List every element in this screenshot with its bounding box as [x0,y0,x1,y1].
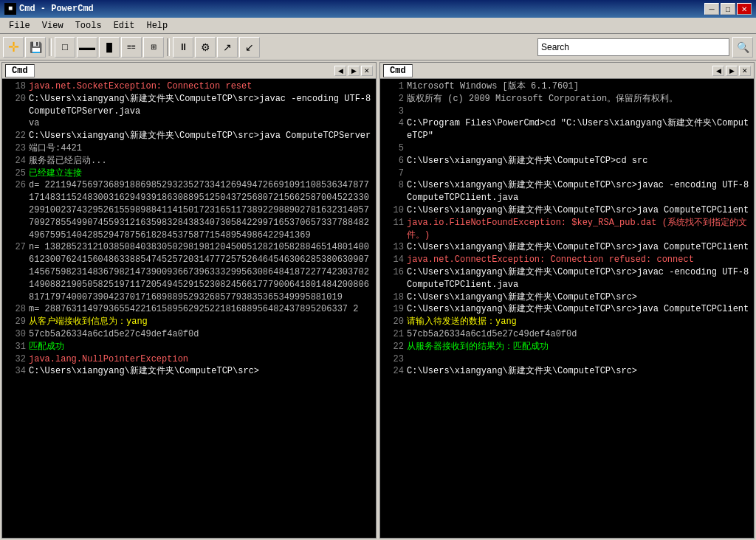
toolbar-single-pane-btn[interactable]: □ [55,37,75,58]
menu-tools[interactable]: Tools [69,19,108,32]
table-row: 29从客户端接收到信息为：yang [5,316,373,328]
table-row: 22C:\Users\xiangyang\新建文件夹\ComputeTCP\sr… [5,130,373,142]
table-row: 16C:\Users\xiangyang\新建文件夹\ComputeTCP\sr… [383,266,751,291]
toolbar-multi-v-btn[interactable]: ⊞ [143,37,164,58]
toolbar-send-btn[interactable]: ↗ [217,37,238,58]
left-pane-next-btn[interactable]: ▶ [348,66,360,76]
line-number: 20 [5,93,26,118]
line-content: 已经建立连接 [29,167,373,180]
left-terminal[interactable]: 18java.net.SocketException: Connection r… [2,79,376,538]
left-pane-prev-btn[interactable]: ◀ [334,66,346,76]
line-content: C:\Users\xiangyang\新建文件夹\ComputeTCP\src>… [29,130,373,142]
table-row: 2157cb5a26334a6c1d5e27c49def4a0f0d [383,328,751,341]
left-pane-close-btn[interactable]: ✕ [361,66,373,76]
line-content: 请输入待发送的数据：yang [407,316,751,328]
line-number: 22 [5,130,26,142]
table-row: va [5,117,373,130]
table-row: 23端口号:4421 [5,142,373,155]
toolbar-new-btn[interactable]: ✛ [3,37,24,58]
menu-view[interactable]: View [36,19,69,32]
line-number: 2 [383,93,404,105]
search-button[interactable]: 🔍 [732,37,753,58]
line-content: Microsoft Windows [版本 6.1.7601] [407,80,751,93]
line-number: 28 [5,303,26,316]
line-content: 从客户端接收到信息为：yang [29,316,373,328]
table-row: 3057cb5a26334a6c1d5e27c49def4a0f0d [5,328,373,341]
line-number: 29 [5,316,26,328]
title-bar-controls: ─ □ ✕ [704,3,752,15]
line-number: 20 [383,316,404,328]
table-row: 22从服务器接收到的结果为：匹配成功 [383,341,751,353]
right-terminal[interactable]: 1Microsoft Windows [版本 6.1.7601]2版权所有 (c… [380,79,754,538]
right-pane-prev-btn[interactable]: ◀ [712,66,724,76]
menu-file[interactable]: File [3,19,36,32]
line-number: 18 [383,291,404,304]
line-content: 57cb5a26334a6c1d5e27c49def4a0f0d [29,328,373,341]
menu-edit[interactable]: Edit [108,19,141,32]
line-number: 16 [383,266,404,291]
toolbar-split-h-btn[interactable]: ▬▬ [77,37,97,58]
line-content: C:\Users\xiangyang\新建文件夹\ComputeTCP>cd s… [407,155,751,167]
line-number [5,117,26,130]
right-pane-close-btn[interactable]: ✕ [739,66,751,76]
table-row: 14java.net.ConnectException: Connection … [383,254,751,266]
line-content: C:\Users\xiangyang\新建文件夹\ComputeTCP\src>… [407,179,751,204]
table-row: 18C:\Users\xiangyang\新建文件夹\ComputeTCP\sr… [383,291,751,304]
line-number: 22 [383,341,404,353]
app-icon: ■ [4,3,16,15]
toolbar-split-v-btn[interactable]: ▐▌ [99,37,120,58]
line-number: 7 [383,167,404,180]
line-number: 13 [383,241,404,254]
line-content: 服务器已经启动... [29,155,373,167]
line-number: 5 [383,142,404,155]
table-row: 20C:\Users\xiangyang\新建文件夹\ComputeTCP\sr… [5,93,373,118]
line-number: 23 [5,142,26,155]
table-row: 34C:\Users\xiangyang\新建文件夹\ComputeTCP\sr… [5,365,373,378]
left-pane-header: Cmd ◀ ▶ ✕ [2,63,376,79]
line-number: 11 [383,217,404,242]
right-pane-controls: ◀ ▶ ✕ [712,66,751,76]
table-row: 26d= 22119475697368918869852932352733412… [5,179,373,241]
table-row: 28m= 28876311497936554221615895629252218… [5,303,373,316]
table-row: 4C:\Program Files\PowerCmd>cd "C:\Users\… [383,117,751,142]
right-pane-header: Cmd ◀ ▶ ✕ [380,63,754,79]
line-content: java.lang.NullPointerException [29,353,373,366]
line-number: 30 [5,328,26,341]
line-content: java.net.SocketException: Connection res… [29,80,373,93]
close-button[interactable]: ✕ [737,3,752,15]
line-number: 6 [383,155,404,167]
maximize-button[interactable]: □ [721,3,735,15]
table-row: 31匹配成功 [5,341,373,353]
table-row: 27n= 13828523121038508403830502981981204… [5,241,373,303]
line-content: C:\Users\xiangyang\新建文件夹\ComputeTCP\src>… [407,266,751,291]
table-row: 32java.lang.NullPointerException [5,353,373,366]
menu-help[interactable]: Help [140,19,173,32]
line-content: 端口号:4421 [29,142,373,155]
line-content: C:\Users\xiangyang\新建文件夹\ComputeTCP\src>… [407,303,751,316]
right-pane-next-btn[interactable]: ▶ [726,66,738,76]
search-input[interactable] [537,38,729,56]
toolbar-settings-btn[interactable]: ⚙ [195,37,216,58]
line-content [407,142,751,155]
line-number: 31 [5,341,26,353]
line-content: java.io.FileNotFoundException: $key_RSA_… [407,217,751,242]
line-content: 匹配成功 [29,341,373,353]
line-content: C:\Users\xiangyang\新建文件夹\ComputeTCP\src>… [29,93,373,118]
table-row: 13C:\Users\xiangyang\新建文件夹\ComputeTCP\sr… [383,241,751,254]
toolbar-save-btn[interactable]: 💾 [25,37,46,58]
line-content [407,167,751,180]
table-row: 24C:\Users\xiangyang\新建文件夹\ComputeTCP\sr… [383,365,751,378]
toolbar-pause-btn[interactable]: ⏸ [173,37,193,58]
left-pane-controls: ◀ ▶ ✕ [334,66,373,76]
line-number: 14 [383,254,404,266]
line-number: 25 [5,167,26,180]
minimize-button[interactable]: ─ [704,3,719,15]
toolbar-recv-btn[interactable]: ↙ [239,37,260,58]
table-row: 6C:\Users\xiangyang\新建文件夹\ComputeTCP>cd … [383,155,751,167]
line-number: 23 [383,353,404,366]
line-number: 1 [383,80,404,93]
line-number: 26 [5,179,26,241]
left-pane-title: Cmd [5,64,35,77]
line-content: n= 1382852312103850840383050298198120450… [29,241,373,303]
toolbar-multi-h-btn[interactable]: ≡≡ [121,37,142,58]
